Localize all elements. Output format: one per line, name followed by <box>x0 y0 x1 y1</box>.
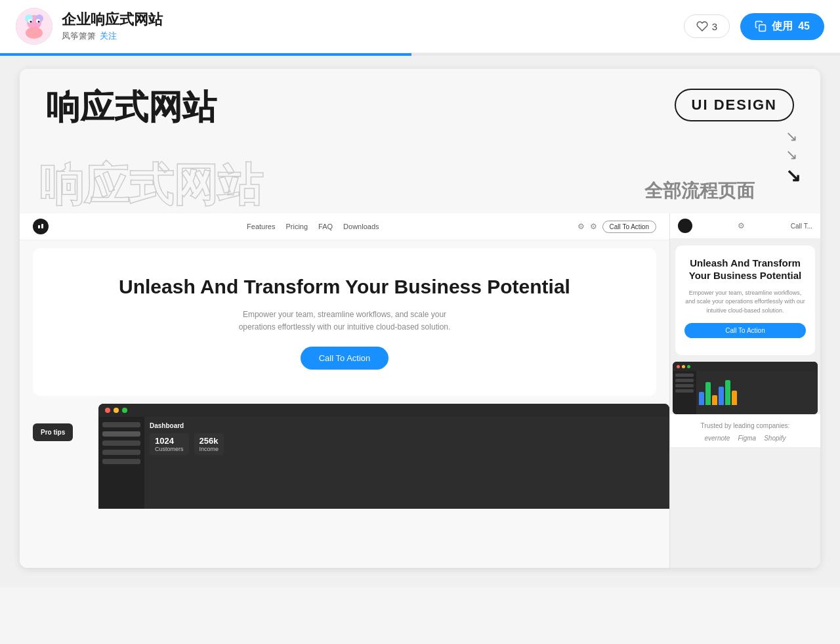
right-sidebar-item-1 <box>675 374 694 377</box>
cover-title-main: 响应式网站 <box>46 89 794 126</box>
sticky-note-text: Pro tips <box>41 429 65 436</box>
right-hero: Unleash And Transform Your Business Pote… <box>675 246 815 355</box>
page-header: 企业响应式网站 凤筝箫箫 关注 3 使用 45 <box>0 0 840 53</box>
right-header: ⚙ Call T... <box>670 213 820 239</box>
sidebar-item-5 <box>102 459 140 464</box>
sidebar-item-1 <box>102 422 140 427</box>
bar-3 <box>712 395 717 405</box>
window-dot-red <box>105 408 110 413</box>
nav-faq[interactable]: FAQ <box>318 223 333 230</box>
header-left: 企业响应式网站 凤筝箫箫 关注 <box>16 8 163 45</box>
trusted-logos: evernote Figma Shopify <box>679 435 811 442</box>
nav-cta-button[interactable]: Call To Action <box>602 221 656 233</box>
mini-nav-right: ⚙ ⚙ Call To Action <box>578 221 656 233</box>
nav-logo <box>33 219 49 234</box>
window-dot-green <box>122 408 127 413</box>
sidebar-item-4 <box>102 450 140 455</box>
page-title: 企业响应式网站 <box>62 11 163 30</box>
preview-columns: Features Pricing FAQ Downloads ⚙ ⚙ Call … <box>20 213 820 568</box>
right-dot-green <box>687 365 690 368</box>
follow-link[interactable]: 关注 <box>100 30 117 42</box>
dashboard-mockup: Dashboard 1024 Customers 256k Income <box>98 404 669 509</box>
bar-2 <box>705 382 711 405</box>
author-name: 凤筝箫箫 <box>62 30 96 42</box>
arrows-decoration: ↘ ↘ ↘ <box>786 128 801 186</box>
nav-features[interactable]: Features <box>247 223 275 230</box>
trusted-logo-shopify: Shopify <box>764 435 786 442</box>
cover-title-outline: 响应式网站 <box>39 162 262 207</box>
stat-customers-label: Customers <box>155 446 184 452</box>
svg-point-7 <box>30 21 32 23</box>
stat-income-label: Income <box>200 446 219 452</box>
right-sidebar-item-4 <box>675 389 694 393</box>
like-count: 3 <box>712 21 717 32</box>
use-count: 45 <box>798 20 810 32</box>
window-dot-yellow <box>114 408 119 413</box>
mini-nav-links: Features Pricing FAQ Downloads <box>247 223 379 230</box>
bar-6 <box>732 391 737 405</box>
use-label: 使用 <box>772 20 793 33</box>
svg-rect-9 <box>759 25 766 32</box>
copy-icon <box>755 20 766 32</box>
right-dash-bars <box>699 379 815 405</box>
logo-icon <box>37 223 45 230</box>
right-sidebar-item-3 <box>675 384 694 387</box>
dashboard-content: Dashboard 1024 Customers 256k Income <box>98 417 669 509</box>
right-cta-button[interactable]: Call To Action <box>684 323 806 338</box>
hero-cta-button[interactable]: Call To Action <box>301 347 389 370</box>
header-info: 企业响应式网站 凤筝箫箫 关注 <box>62 11 163 43</box>
right-cta-label: Call T... <box>791 223 812 230</box>
cover-subtitle: 全部流程页面 <box>644 179 755 204</box>
preview-left: Features Pricing FAQ Downloads ⚙ ⚙ Call … <box>20 213 669 568</box>
right-dash-content <box>696 371 818 414</box>
hero-title: Unleash And Transform Your Business Pote… <box>52 274 637 299</box>
dashboard-sidebar <box>98 417 144 509</box>
right-dot-red <box>677 365 680 368</box>
nav-pricing[interactable]: Pricing <box>285 223 308 230</box>
settings-icon: ⚙ <box>590 222 597 231</box>
dashboard-topbar <box>98 404 669 417</box>
preview-card: 响应式网站 响应式网站 全部流程页面 UI DESIGN ↘ ↘ ↘ <box>20 69 820 568</box>
mini-navbar: Features Pricing FAQ Downloads ⚙ ⚙ Call … <box>20 213 669 240</box>
right-dash-sidebar <box>673 371 696 414</box>
dashboard-stats: 1024 Customers 256k Income <box>150 433 664 455</box>
right-sidebar-item-2 <box>675 379 694 382</box>
gear-icon: ⚙ <box>578 222 585 231</box>
trusted-title: Trusted by leading companies: <box>679 422 811 429</box>
svg-point-4 <box>26 27 43 39</box>
bar-1 <box>699 392 704 405</box>
right-dash-topbar <box>673 362 818 371</box>
arrow-diagonal-2: ↘ <box>786 146 801 163</box>
dashboard-main: Dashboard 1024 Customers 256k Income <box>144 417 669 509</box>
right-hero-sub: Empower your team, streamline workflows,… <box>684 289 806 316</box>
svg-rect-11 <box>41 224 43 228</box>
preview-right: ⚙ Call T... Unleash And Transform Your B… <box>669 213 820 568</box>
author-subtitle: 凤筝箫箫 关注 <box>62 30 163 42</box>
main-content: 响应式网站 响应式网站 全部流程页面 UI DESIGN ↘ ↘ ↘ <box>0 56 840 588</box>
stat-customers: 1024 Customers <box>150 433 189 455</box>
author-avatar <box>16 8 52 45</box>
cover-banner: 响应式网站 响应式网站 全部流程页面 UI DESIGN ↘ ↘ ↘ <box>20 69 820 213</box>
trusted-logo-evernote: evernote <box>704 435 730 442</box>
use-button[interactable]: 使用 45 <box>740 13 824 40</box>
arrow-diagonal-1: ↘ <box>786 128 801 145</box>
dashboard-title: Dashboard <box>150 422 664 429</box>
sticky-note: Pro tips <box>33 423 73 441</box>
right-hero-title: Unleash And Transform Your Business Pote… <box>684 257 806 282</box>
heart-icon <box>696 20 708 32</box>
svg-point-8 <box>38 21 40 23</box>
stat-income-value: 256k <box>200 436 219 446</box>
right-dot-yellow <box>682 365 685 368</box>
dashboard-wrapper: Dashboard 1024 Customers 256k Income <box>59 404 669 509</box>
stat-customers-value: 1024 <box>155 436 184 446</box>
header-right: 3 使用 45 <box>684 13 824 40</box>
hero-subtitle: Empower your team, streamline workflows,… <box>226 309 463 333</box>
bar-4 <box>719 387 724 405</box>
sidebar-item-2 <box>102 431 140 437</box>
right-logo <box>678 219 692 233</box>
sidebar-item-3 <box>102 440 140 446</box>
nav-downloads[interactable]: Downloads <box>343 223 379 230</box>
like-button[interactable]: 3 <box>684 14 730 38</box>
arrow-diagonal-3: ↘ <box>786 165 801 186</box>
trusted-logo-figma: Figma <box>738 435 756 442</box>
